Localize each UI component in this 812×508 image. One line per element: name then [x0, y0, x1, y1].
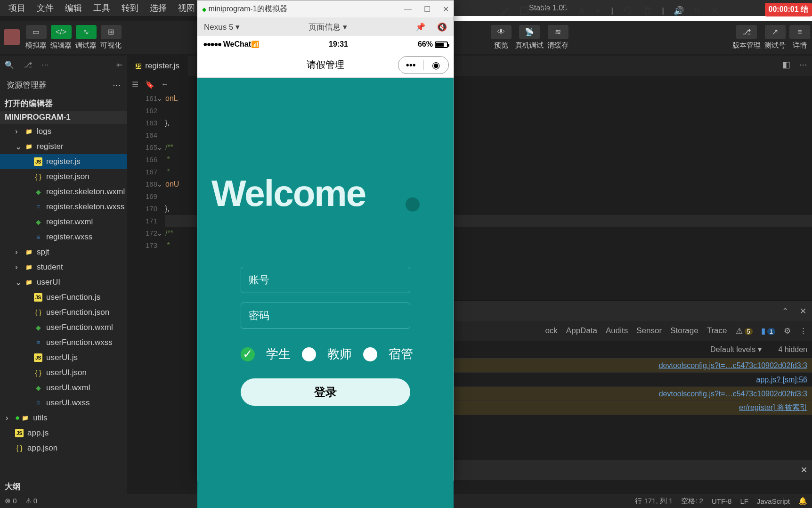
status-cursor[interactable]: 行 171, 列 1: [635, 497, 673, 506]
login-button[interactable]: 登录: [241, 378, 410, 406]
file-userUI.json[interactable]: { }userUI.json: [0, 365, 127, 380]
file-app.json[interactable]: { }app.json: [0, 441, 127, 456]
test-account-button[interactable]: ↗测试号: [764, 25, 786, 50]
circle-icon[interactable]: [539, 6, 549, 16]
radio-teacher[interactable]: [302, 347, 316, 361]
volume-icon[interactable]: 🔊: [674, 6, 684, 16]
subtab-storage[interactable]: Storage: [670, 326, 698, 336]
version-manage-button[interactable]: ⎇版本管理: [732, 25, 761, 50]
sim-device-select[interactable]: Nexus 5 ▾: [204, 22, 240, 32]
subtab-sensor[interactable]: Sensor: [636, 326, 662, 336]
text-icon[interactable]: A: [578, 6, 585, 16]
editor-toggle[interactable]: </>编辑器: [50, 25, 72, 50]
folder-student[interactable]: ›📁student: [0, 260, 127, 275]
radio-student[interactable]: ✓: [241, 347, 255, 361]
back-icon[interactable]: ←: [161, 80, 169, 89]
menu-goto[interactable]: 转到: [116, 0, 144, 16]
file-register.wxml[interactable]: ◆register.wxml: [0, 214, 127, 229]
sim-min-icon[interactable]: —: [404, 5, 412, 14]
menu-file[interactable]: 文件: [31, 0, 59, 16]
sim-mute-icon[interactable]: 🔇: [437, 23, 447, 32]
menu-project[interactable]: 项目: [3, 0, 31, 16]
subtab-mock[interactable]: ock: [545, 326, 557, 336]
visual-toggle[interactable]: ⊞可视化: [100, 25, 122, 50]
rec-timer[interactable]: 00:00:01 结: [765, 3, 812, 16]
sim-max-icon[interactable]: ☐: [424, 5, 430, 14]
file-register.js[interactable]: JSregister.js: [0, 154, 127, 169]
debugger-toggle[interactable]: ∿调试器: [75, 25, 97, 50]
magic-icon[interactable]: ✦: [594, 6, 601, 16]
sim-pin-icon[interactable]: 📌: [415, 23, 425, 32]
chevron-up-icon[interactable]: ⌃: [776, 306, 794, 316]
capsule-close-icon[interactable]: ◉: [424, 59, 449, 71]
more-icon[interactable]: ⋯: [41, 60, 49, 69]
file-register.skeleton.wxss[interactable]: ≡register.skeleton.wxss: [0, 199, 127, 214]
settings-icon[interactable]: ⚙: [693, 6, 701, 16]
subtab-audits[interactable]: Audits: [606, 326, 628, 336]
file-userUI.wxss[interactable]: ≡userUI.wxss: [0, 395, 127, 410]
status-errors[interactable]: ⊗ 0: [5, 497, 17, 505]
close-recorder-icon[interactable]: ✕: [710, 5, 719, 17]
status-language[interactable]: JavaScript: [757, 497, 790, 505]
levels-dropdown[interactable]: Default levels ▾: [710, 345, 762, 354]
file-userFunction.wxml[interactable]: ◆userFunction.wxml: [0, 320, 127, 335]
file-userFunction.wxss[interactable]: ≡userFunction.wxss: [0, 335, 127, 350]
user-avatar[interactable]: [4, 29, 20, 45]
file-userFunction.js[interactable]: JSuserFunction.js: [0, 290, 127, 305]
sim-pageinfo-select[interactable]: 页面信息 ▾: [309, 22, 347, 33]
clear-cache-button[interactable]: ≋清缓存: [547, 25, 568, 50]
devtools-kebab-icon[interactable]: ⋮: [799, 326, 807, 336]
menu-select[interactable]: 选择: [144, 0, 172, 16]
file-app.js[interactable]: JSapp.js: [0, 426, 127, 441]
outline-section[interactable]: 大纲: [0, 479, 127, 494]
simulator-toggle[interactable]: ▭模拟器: [25, 25, 47, 50]
remote-debug-button[interactable]: 📡真机调试: [515, 25, 544, 50]
file-register.skeleton.wxml[interactable]: ◆register.skeleton.wxml: [0, 184, 127, 199]
subtab-trace[interactable]: Trace: [707, 326, 727, 336]
file-userUI.wxml[interactable]: ◆userUI.wxml: [0, 380, 127, 395]
search-icon[interactable]: 🔍: [5, 60, 14, 69]
editor-more-icon[interactable]: ⋯: [799, 59, 807, 70]
radio-dorm[interactable]: [363, 347, 377, 361]
folder-spjt[interactable]: ›📁spjt: [0, 245, 127, 260]
status-encoding[interactable]: UTF-8: [712, 497, 732, 505]
square-icon[interactable]: [519, 6, 529, 16]
details-button[interactable]: ≡详情: [789, 25, 810, 50]
explorer-more-icon[interactable]: ⋯: [113, 80, 121, 90]
split-editor-icon[interactable]: ◧: [782, 59, 790, 70]
editor-tab[interactable]: JS register.js: [127, 56, 188, 76]
status-eol[interactable]: LF: [740, 497, 748, 505]
folder-userUI[interactable]: ⌄📁userUI: [0, 275, 127, 290]
file-register.json[interactable]: { }register.json: [0, 169, 127, 184]
password-input[interactable]: [241, 303, 410, 329]
list-icon[interactable]: ☰: [132, 80, 138, 89]
sim-titlebar[interactable]: ◆ miniprogram-1的模拟器 — ☐ ✕: [197, 0, 454, 17]
file-register.wxss[interactable]: ≡register.wxss: [0, 229, 127, 245]
menu-edit[interactable]: 编辑: [59, 0, 88, 16]
username-input[interactable]: [241, 267, 410, 293]
status-bell-icon[interactable]: 🔔: [798, 497, 807, 505]
branch-icon[interactable]: ⎇: [24, 60, 32, 69]
menu-view[interactable]: 视图: [172, 0, 201, 16]
arrow-icon[interactable]: [559, 6, 569, 16]
open-editors-section[interactable]: 打开的编辑器: [0, 96, 127, 111]
subtab-appdata[interactable]: AppData: [566, 326, 597, 336]
folder-register[interactable]: ⌄📁register: [0, 139, 127, 154]
file-userFunction.json[interactable]: { }userFunction.json: [0, 305, 127, 320]
status-indent[interactable]: 空格: 2: [681, 497, 703, 506]
preview-button[interactable]: 👁预览: [491, 25, 512, 50]
capsule-menu-icon[interactable]: •••: [398, 60, 423, 71]
menu-tools[interactable]: 工具: [88, 0, 116, 16]
file-userUI.js[interactable]: JSuserUI.js: [0, 350, 127, 365]
collapse-icon[interactable]: ⇤: [116, 60, 122, 69]
close-panel-icon[interactable]: ✕: [794, 306, 812, 316]
sim-close-icon[interactable]: ✕: [443, 5, 449, 14]
drawer-close-icon[interactable]: ✕: [801, 465, 807, 475]
devtools-gear-icon[interactable]: ⚙: [784, 326, 791, 336]
trash-icon[interactable]: [642, 6, 653, 16]
undo-icon[interactable]: [623, 6, 633, 16]
bookmark-icon[interactable]: 🔖: [145, 80, 154, 89]
project-section[interactable]: MINIPROGRAM-1: [0, 111, 127, 124]
status-warnings[interactable]: ⚠ 0: [25, 497, 38, 505]
folder-utils[interactable]: ›●📁utils: [0, 410, 127, 426]
